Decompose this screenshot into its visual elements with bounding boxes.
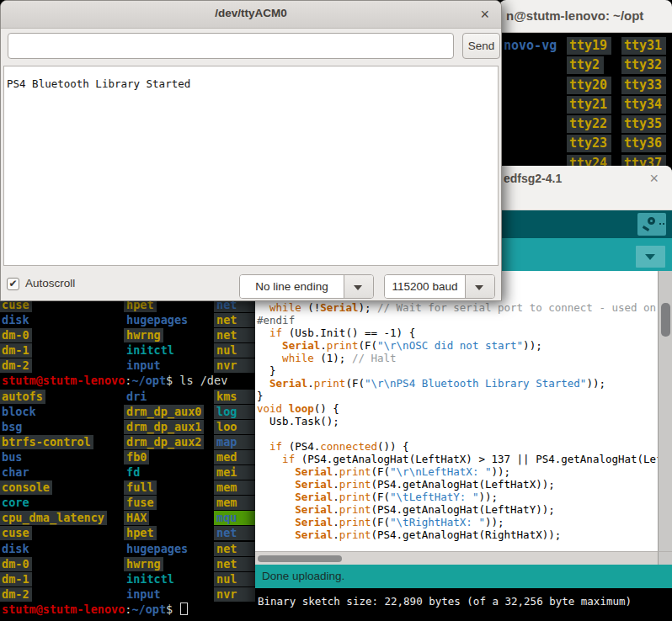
dev-entry: drm_dp_aux1: [124, 420, 204, 434]
vertical-scrollbar[interactable]: [658, 271, 672, 551]
code-line: Serial.print(PS4.getAnalogHat(LeftHatX))…: [257, 478, 658, 491]
dev-entry: nul: [214, 572, 255, 586]
prompt-segment: $: [166, 602, 179, 616]
code-token: .: [333, 465, 339, 478]
line-ending-select[interactable]: No line ending: [239, 274, 374, 299]
tty-row: tty22tty35: [499, 115, 672, 135]
dev-entry: kms: [214, 390, 255, 404]
code-token: .: [333, 478, 339, 491]
close-icon[interactable]: ×: [649, 171, 659, 186]
send-button[interactable]: Send: [462, 33, 500, 59]
dev-entry: med: [214, 450, 255, 464]
code-token: ));: [586, 377, 605, 390]
code-token: ));: [491, 465, 510, 478]
code-token: "\r\nLeftHatX: ": [390, 465, 491, 478]
dev-entry: initctl: [126, 572, 174, 586]
chevron-down-icon: [645, 254, 655, 260]
baud-select[interactable]: 115200 baud: [384, 274, 495, 299]
line-ending-value: No line ending: [240, 275, 344, 298]
terminal-row: blockdrm_dp_aux0log: [0, 405, 255, 420]
dev-entry: dri: [126, 390, 147, 404]
dev-entry: full: [124, 480, 157, 495]
terminal-row: btrfs-controldrm_dp_aux2map: [0, 435, 255, 450]
console-output: Binary sketch size: 22,890 bytes (of a 3…: [255, 588, 672, 621]
code-token: Serial: [320, 301, 358, 314]
dev-entry: hpet: [124, 526, 157, 540]
code-token: .: [333, 491, 339, 503]
serial-monitor-button[interactable]: [637, 213, 666, 236]
terminal-row: dm-1initctlnul: [0, 343, 255, 358]
serial-input[interactable]: [8, 33, 454, 59]
code-line: [257, 427, 658, 440]
dev-entry: log: [214, 405, 255, 419]
code-token: Serial: [295, 491, 333, 503]
dev-entry: net: [214, 542, 255, 556]
tty-entry: tty36: [621, 135, 666, 152]
terminal-row: bsgdrm_dp_aux1loo: [0, 420, 255, 435]
code-token: if: [282, 453, 295, 465]
dev-entry: mei: [214, 465, 255, 480]
horizontal-scrollbar[interactable]: [255, 551, 658, 565]
code-token: );: [358, 301, 377, 314]
code-token: (F(: [345, 377, 365, 390]
console-text: Binary sketch size: 22,890 bytes (of a 3…: [258, 595, 632, 608]
code-token: (PS4.getAnalogHat(LeftHatX));: [371, 478, 554, 491]
horizontal-scrollbar-thumb[interactable]: [258, 555, 342, 562]
dev-entry: dm-2: [0, 358, 32, 373]
autoscroll-checkbox[interactable]: ✔: [7, 278, 19, 290]
code-token: [257, 465, 295, 478]
terminal-cursor[interactable]: [180, 602, 188, 615]
close-icon[interactable]: ×: [480, 7, 489, 22]
code-token: while: [282, 352, 314, 364]
dev-entry: map: [214, 435, 255, 449]
dev-entry: fb0: [124, 450, 149, 464]
dev-entry: dm-0: [0, 557, 32, 571]
code-token: .: [333, 503, 339, 516]
code-token: Serial: [295, 516, 333, 528]
tabs-dropdown-button[interactable]: [636, 246, 665, 268]
volume-group-label: novo-vg: [504, 37, 557, 55]
chevron-down-icon[interactable]: [465, 275, 494, 298]
code-token: (1);: [314, 352, 352, 364]
code-token: [257, 326, 269, 339]
code-token: connected: [320, 440, 377, 453]
code-line: Serial.print(PS4.getAnalogHat(RightHatX)…: [257, 528, 658, 541]
code-token: #endif: [257, 314, 295, 326]
status-bar: Done uploading.: [255, 565, 672, 588]
code-token: print: [327, 339, 359, 352]
code-token: [257, 453, 282, 465]
terminal-row: diskhugepagesnet: [0, 313, 255, 328]
dev-entry: fd: [126, 465, 140, 480]
dev-entry: HAX: [124, 511, 149, 525]
serial-output[interactable]: PS4 Bluetooth Library Started: [3, 66, 499, 266]
chevron-down-icon[interactable]: [344, 275, 373, 298]
prompt-segment: $: [166, 374, 179, 387]
dev-entry: drm_dp_aux2: [124, 435, 204, 449]
terminal-window-left[interactable]: cusehpetnetdiskhugepagesnetdm-0hwrngnetd…: [0, 291, 255, 621]
dev-entry: dm-0: [0, 328, 32, 342]
code-editor[interactable]: while (!Serial); // Wait for serial port…: [255, 271, 658, 551]
tty-entry: tty22: [567, 115, 611, 133]
dev-entry: nul: [214, 343, 255, 358]
vertical-scrollbar-thumb[interactable]: [661, 303, 670, 337]
dev-entry: hugepages: [126, 313, 188, 327]
dev-entry: char: [2, 465, 29, 480]
code-token: [257, 491, 295, 503]
terminal-right-titlebar[interactable]: n@stutm-lenovo: ~/opt: [499, 0, 672, 33]
code-token: .: [333, 516, 339, 528]
code-token: print: [314, 377, 346, 390]
dev-entry: disk: [2, 313, 29, 327]
serial-monitor-titlebar[interactable]: /dev/ttyACM0 ×: [1, 1, 501, 29]
prompt-line: stutm@stutm-lenovo:~/opt$: [2, 602, 188, 617]
code-token: [257, 528, 295, 541]
code-token: print: [339, 478, 371, 491]
code-token: print: [339, 516, 371, 528]
terminal-right-output[interactable]: novo-vgtty19tty31tty2tty32tty20tty33tty2…: [499, 37, 672, 174]
code-line: }: [257, 364, 658, 377]
terminal-row: cpu_dma_latencyHAXmqu: [0, 511, 255, 526]
dev-entry: drm_dp_aux0: [124, 405, 204, 419]
code-token: Serial: [295, 465, 333, 478]
code-token: ));: [478, 491, 498, 503]
code-token: [257, 377, 269, 390]
code-token: Serial: [282, 339, 320, 352]
